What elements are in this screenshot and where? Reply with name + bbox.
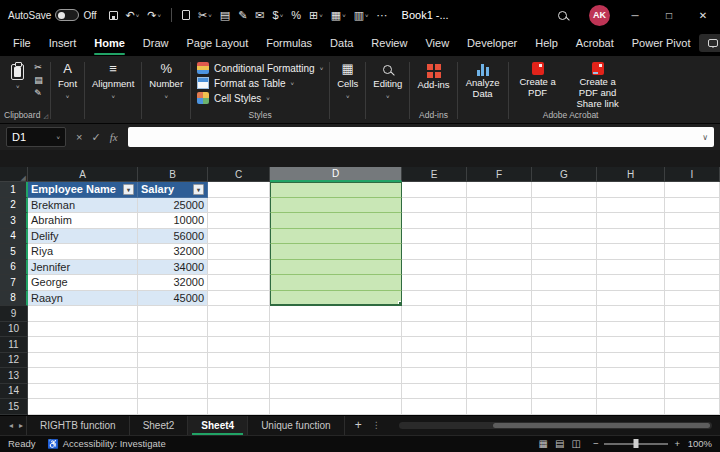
cell-A15[interactable] (28, 399, 138, 415)
cell-A10[interactable] (28, 322, 138, 338)
cell-H5[interactable] (597, 244, 665, 260)
filter-dropdown-icon[interactable]: ▾ (123, 184, 134, 195)
cell-I15[interactable] (665, 399, 720, 415)
cell-D4[interactable] (270, 229, 402, 245)
filter-dropdown-icon[interactable]: ▾ (193, 184, 204, 195)
autosave-toggle[interactable] (55, 9, 79, 21)
zoom-out-button[interactable]: − (593, 438, 599, 449)
cell-B13[interactable] (138, 368, 208, 384)
cell-B8[interactable]: 45000 (138, 291, 208, 307)
cell-F1[interactable] (467, 182, 532, 198)
cell-A12[interactable] (28, 353, 138, 369)
cell-G6[interactable] (532, 260, 597, 276)
cell-C6[interactable] (208, 260, 270, 276)
insert-function-button[interactable]: fx (110, 131, 118, 143)
horizontal-scrollbar-thumb[interactable] (493, 423, 710, 428)
zoom-slider-thumb[interactable] (634, 439, 639, 448)
cell-A4[interactable]: Delify (28, 229, 138, 245)
close-button[interactable]: ✕ (686, 0, 720, 30)
ribbon-tab-formulas[interactable]: Formulas (257, 30, 321, 56)
cell-H14[interactable] (597, 384, 665, 400)
cell-E7[interactable] (402, 275, 467, 291)
cell-E6[interactable] (402, 260, 467, 276)
cell-F9[interactable] (467, 306, 532, 322)
enter-button[interactable]: ✓ (91, 131, 100, 144)
row-header-9[interactable]: 9 (0, 306, 28, 322)
clipboard-dialog-launcher[interactable]: ◿ (43, 112, 48, 119)
alignment-menu-button[interactable]: ≡ Alignment (87, 58, 139, 103)
row-header-10[interactable]: 10 (0, 322, 28, 338)
row-header-13[interactable]: 13 (0, 368, 28, 384)
cell-G15[interactable] (532, 399, 597, 415)
row-header-12[interactable]: 12 (0, 353, 28, 369)
select-all-corner[interactable] (0, 167, 28, 182)
cell-styles-button[interactable]: Cell Styles (193, 91, 327, 105)
cell-F5[interactable] (467, 244, 532, 260)
sheet-tab-sheet4[interactable]: Sheet4 (188, 416, 248, 435)
cell-H6[interactable] (597, 260, 665, 276)
cell-G4[interactable] (532, 229, 597, 245)
percent-button[interactable]: % (291, 10, 301, 21)
cell-C2[interactable] (208, 198, 270, 214)
cell-D3[interactable] (270, 213, 402, 229)
sheet-nav-right-icon[interactable]: ▸ (19, 421, 23, 430)
cell-B5[interactable]: 32000 (138, 244, 208, 260)
paste-button[interactable] (6, 58, 29, 93)
cell-A6[interactable]: Jennifer (28, 260, 138, 276)
cell-F7[interactable] (467, 275, 532, 291)
cell-D5[interactable] (270, 244, 402, 260)
cell-D11[interactable] (270, 337, 402, 353)
cell-H9[interactable] (597, 306, 665, 322)
cell-E5[interactable] (402, 244, 467, 260)
cell-I4[interactable] (665, 229, 720, 245)
row-header-2[interactable]: 2 (0, 198, 28, 214)
cell-F8[interactable] (467, 291, 532, 307)
editing-menu-button[interactable]: Editing (368, 58, 407, 103)
cell-A3[interactable]: Abrahim (28, 213, 138, 229)
cell-H3[interactable] (597, 213, 665, 229)
cell-I11[interactable] (665, 337, 720, 353)
format-painter-button[interactable]: ✎ (34, 89, 43, 98)
maximize-button[interactable]: □ (652, 0, 686, 30)
cell-E13[interactable] (402, 368, 467, 384)
page-break-view-icon[interactable]: ◫ (571, 438, 580, 449)
ribbon-tab-page-layout[interactable]: Page Layout (177, 30, 257, 56)
sheet-tab-sheet2[interactable]: Sheet2 (130, 416, 189, 435)
cell-D7[interactable] (270, 275, 402, 291)
cell-C10[interactable] (208, 322, 270, 338)
cell-C9[interactable] (208, 306, 270, 322)
ribbon-tab-view[interactable]: View (416, 30, 458, 56)
cell-I13[interactable] (665, 368, 720, 384)
number-menu-button[interactable]: % Number (144, 58, 188, 103)
name-box[interactable]: D1 (6, 127, 66, 147)
ribbon-tab-acrobat[interactable]: Acrobat (567, 30, 623, 56)
cell-E14[interactable] (402, 384, 467, 400)
search-icon[interactable] (558, 11, 567, 20)
format-painter-button[interactable]: ✎ (238, 10, 247, 21)
cell-A1[interactable]: Employee Name▾ (28, 182, 138, 198)
cell-B6[interactable]: 34000 (138, 260, 208, 276)
cell-D2[interactable] (270, 198, 402, 214)
cell-H10[interactable] (597, 322, 665, 338)
accessibility-status[interactable]: ♿ Accessibility: Investigate (47, 438, 165, 449)
column-header-h[interactable]: H (597, 167, 665, 182)
cell-C15[interactable] (208, 399, 270, 415)
cut-button[interactable]: ✂ (34, 63, 43, 72)
ribbon-tab-draw[interactable]: Draw (134, 30, 178, 56)
cell-H1[interactable] (597, 182, 665, 198)
cell-D1[interactable] (270, 182, 402, 198)
cell-E9[interactable] (402, 306, 467, 322)
cell-G14[interactable] (532, 384, 597, 400)
formula-input[interactable]: ∨ (128, 127, 714, 147)
cell-A13[interactable] (28, 368, 138, 384)
font-menu-button[interactable]: A Font (53, 58, 82, 103)
cell-C8[interactable] (208, 291, 270, 307)
cell-C5[interactable] (208, 244, 270, 260)
cell-E3[interactable] (402, 213, 467, 229)
cell-E8[interactable] (402, 291, 467, 307)
cell-G12[interactable] (532, 353, 597, 369)
cell-F14[interactable] (467, 384, 532, 400)
row-header-15[interactable]: 15 (0, 399, 28, 415)
row-header-3[interactable]: 3 (0, 213, 28, 229)
cell-I9[interactable] (665, 306, 720, 322)
